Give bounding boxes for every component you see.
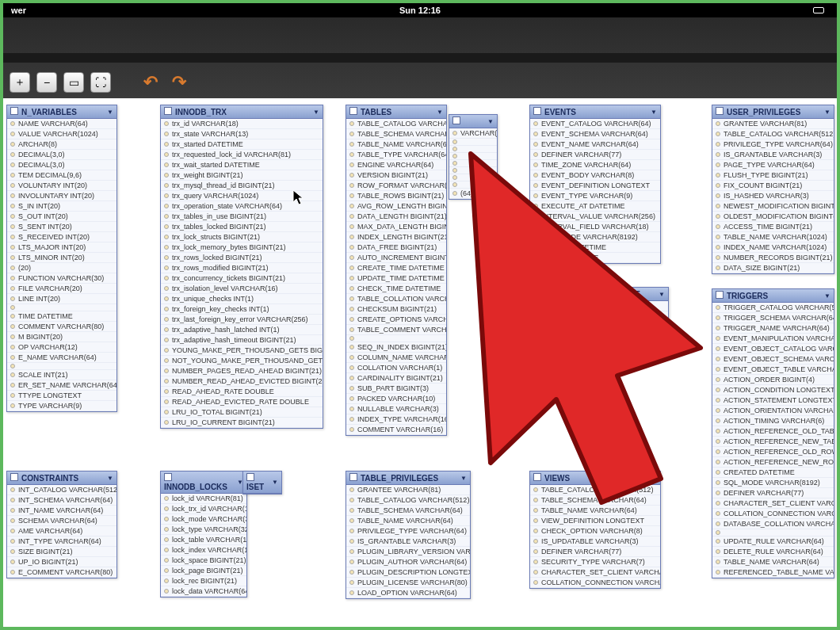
column-usage-table[interactable]: COLUMN_USAGE▼LOG VARCHAR(64)TION BIGINT(…	[558, 287, 669, 354]
column-row[interactable]: CREATE_TIME DATETIME	[346, 263, 446, 273]
triggers-table[interactable]: TRIGGERS▼TRIGGER_CATALOG VARCHAR(512)TRI…	[712, 288, 834, 578]
chevron-down-icon[interactable]: ▼	[313, 109, 319, 116]
column-row[interactable]: trx_wait_started DATETIME	[161, 160, 323, 170]
table-header[interactable]: VIEWS▼	[530, 472, 660, 485]
column-row[interactable]: NULLABLE VARCHAR(3)	[346, 404, 446, 414]
column-row[interactable]: DEFINER VARCHAR(77)	[712, 488, 834, 498]
column-row[interactable]: FUNCTION VARCHAR(30)	[7, 273, 116, 284]
column-row[interactable]: trx_concurrency_tickets BIGINT(21)	[161, 273, 323, 284]
column-row[interactable]: lock_id VARCHAR(81)	[161, 494, 246, 504]
column-row[interactable]: E_NAME VARCHAR(64)	[7, 353, 116, 363]
column-row[interactable]: REFERENCED_TABLE_NAME VARCHAR	[712, 567, 834, 578]
column-row[interactable]: SIZE BIGINT(21)	[7, 547, 116, 557]
column-row[interactable]: ARCHAR(8)	[7, 139, 116, 150]
column-row[interactable]: EVENT_TYPE VARCHAR(9)	[530, 191, 660, 201]
column-row[interactable]: COLLATION VARCHAR(1)	[346, 363, 446, 373]
column-row[interactable]: IS_UPDATABLE VARCHAR(3)	[530, 536, 660, 547]
column-row[interactable]: LOG VARCHAR(64)	[559, 301, 668, 311]
constraints-table[interactable]: CONSTRAINTS▼INT_CATALOG VARCHAR(512)INT_…	[6, 471, 117, 578]
column-row[interactable]: INT_CATALOG VARCHAR(512)	[7, 485, 116, 495]
iset-table[interactable]: ISET▼	[242, 471, 282, 494]
column-row[interactable]: FIX_COUNT BIGINT(21)	[712, 181, 834, 191]
table-header[interactable]: CONSTRAINTS▼	[7, 472, 116, 485]
column-row[interactable]: trx_tables_in_use BIGINT(21)	[161, 212, 323, 222]
column-row[interactable]: trx_mysql_thread_id BIGINT(21)	[161, 181, 323, 191]
fit-button[interactable]: ⛶	[90, 72, 111, 93]
column-row[interactable]	[7, 363, 116, 370]
column-row[interactable]: VIEW_DEFINITION LONGTEXT	[530, 516, 660, 526]
column-row[interactable]: trx_requested_lock_id VARCHAR(81)	[161, 150, 323, 160]
column-row[interactable]: trx_lock_memory_bytes BIGINT(21)	[161, 242, 323, 253]
column-row[interactable]: lock_page BIGINT(21)	[161, 566, 246, 576]
column-row[interactable]: LTS_MINOR INT(20)	[7, 253, 116, 263]
column-row[interactable]	[449, 174, 497, 181]
table-privileges-table[interactable]: TABLE_PRIVILEGES▼GRANTEE VARCHAR(81)TABL…	[346, 471, 471, 599]
column-row[interactable]: ACTION_TIMING VARCHAR(6)	[712, 416, 834, 426]
column-row[interactable]: CREATED DATETIME	[712, 468, 834, 478]
column-row[interactable]: ACTION_ORIENTATION VARCHAR(9)	[712, 406, 834, 416]
column-row[interactable]: CHARACTER_SET_CLIENT VARCHAR(32)	[712, 498, 834, 509]
column-row[interactable]: FLUSH_TYPE BIGINT(21)	[712, 170, 834, 181]
tables-table[interactable]: TABLES▼TABLE_CATALOG VARCHAR(512)TABLE_S…	[346, 105, 447, 436]
column-row[interactable]: INT_NAME VARCHAR(64)	[7, 506, 116, 516]
column-row[interactable]: TIME DATETIME	[7, 311, 116, 322]
column-row[interactable]: INVOLUNTARY INT(20)	[7, 191, 116, 201]
column-row[interactable]: TRIGGER_SCHEMA VARCHAR(64)	[712, 313, 834, 323]
column-row[interactable]: CHECKSUM BIGINT(21)	[346, 304, 446, 315]
column-row[interactable]: DEFINER VARCHAR(77)	[530, 547, 660, 557]
column-row[interactable]: TTYPE LONGTEXT	[7, 391, 116, 401]
column-row[interactable]: (64)	[449, 189, 497, 199]
column-row[interactable]: COMMENT VARCHAR(80)	[7, 322, 116, 332]
column-row[interactable]: NOT_YOUNG_MAKE_PER_THOUSAND_GETS BIGINT(…	[161, 356, 323, 366]
column-row[interactable]: TABLE_CATALOG VARCHAR(512)	[712, 129, 834, 139]
column-row[interactable]: ENGINE VARCHAR(64)	[346, 160, 446, 170]
column-row[interactable]: CREATE_OPTIONS VARCHAR(255)	[346, 315, 446, 325]
column-row[interactable]: TABLE_NAME VARCHAR(64)	[346, 516, 470, 526]
column-row[interactable]: NUMBER_RECORDS BIGINT(21)	[712, 253, 834, 263]
column-row[interactable]: ER_SET_NAME VARCHAR(64)	[7, 380, 116, 391]
column-row[interactable]: TRIGGER_NAME VARCHAR(64)	[712, 323, 834, 334]
column-row[interactable]: PAGE_TYPE VARCHAR(64)	[712, 160, 834, 170]
column-row[interactable]: EVENT_BODY VARCHAR(8)	[530, 170, 660, 181]
column-row[interactable]: INDEX_TYPE VARCHAR(16)	[346, 414, 446, 425]
column-row[interactable]: READ_AHEAD_EVICTED_RATE DOUBLE	[161, 397, 323, 407]
column-row[interactable]: INT_SCHEMA VARCHAR(64)	[7, 495, 116, 506]
column-row[interactable]: DATA_FREE BIGINT(21)	[346, 242, 446, 253]
chevron-down-icon[interactable]: ▼	[824, 292, 830, 300]
column-row[interactable]: DATABASE_COLLATION VARCHAR(32)	[712, 519, 834, 529]
column-row[interactable]: INTERVAL_VALUE VARCHAR(256)	[530, 212, 660, 222]
table-header[interactable]: TRIGGERS▼	[712, 289, 834, 303]
column-row[interactable]	[559, 311, 668, 319]
column-row[interactable]: VARCHAR(32)	[449, 128, 497, 139]
column-row[interactable]: DECIMAL(3,0)	[7, 160, 116, 170]
column-row[interactable]: ACTION_REFERENCE_OLD_ROW VARC	[712, 447, 834, 457]
column-row[interactable]: NUMBER_PAGES_READ_AHEAD BIGINT(21)	[161, 366, 323, 376]
user-privileges-table[interactable]: USER_PRIVILEGES▼GRANTEE VARCHAR(81)TABLE…	[712, 105, 834, 274]
column-row[interactable]: trx_rows_modified BIGINT(21)	[161, 263, 323, 273]
column-row[interactable]: EVENT_OBJECT_SCHEMA VARCHAR(64)	[712, 354, 834, 365]
column-row[interactable]: UP_IO BIGINT(21)	[7, 557, 116, 567]
table-header[interactable]: INNODB_LOCKS▼	[161, 472, 246, 494]
column-row[interactable]: TABLE_SCHEMA VARCHAR(64)	[346, 506, 470, 516]
column-row[interactable]: VOLUNTARY INT(20)	[7, 181, 116, 191]
column-row[interactable]: SECURITY_TYPE VARCHAR(7)	[530, 557, 660, 567]
column-row[interactable]: AME VARCHAR(64)	[7, 526, 116, 536]
column-row[interactable]: LRU_IO_TOTAL BIGINT(21)	[161, 407, 323, 418]
remove-button[interactable]: −	[36, 72, 57, 93]
column-row[interactable]	[712, 529, 834, 536]
page-button[interactable]: ▭	[63, 72, 84, 93]
events-table[interactable]: EVENTS▼EVENT_CATALOG VARCHAR(64)EVENT_SC…	[529, 105, 661, 264]
column-row[interactable]: CHECK_OPTION VARCHAR(8)	[530, 526, 660, 536]
column-row[interactable]: TRIGGER_CATALOG VARCHAR(512)	[712, 303, 834, 313]
column-row[interactable]: S_IN INT(20)	[7, 201, 116, 212]
column-row[interactable]: PACKED VARCHAR(10)	[346, 394, 446, 404]
column-row[interactable]: E_COMMENT VARCHAR(80)	[7, 567, 116, 578]
column-row[interactable]: PLUGIN_DESCRIPTION LONGTEXT	[346, 567, 470, 578]
column-row[interactable]: TABLE_CATALOG VARCHAR(512)	[530, 485, 660, 495]
variables-table[interactable]: N_VARIABLES▼NAME VARCHAR(64)VALUE VARCHA…	[6, 105, 117, 412]
chevron-down-icon[interactable]: ▼	[824, 109, 830, 116]
column-row[interactable]	[559, 326, 668, 333]
column-row[interactable]: trx_rows_locked BIGINT(21)	[161, 253, 323, 263]
column-row[interactable]: lock_index VARCHAR(1024)	[161, 545, 246, 556]
chevron-down-icon[interactable]: ▼	[487, 118, 494, 125]
